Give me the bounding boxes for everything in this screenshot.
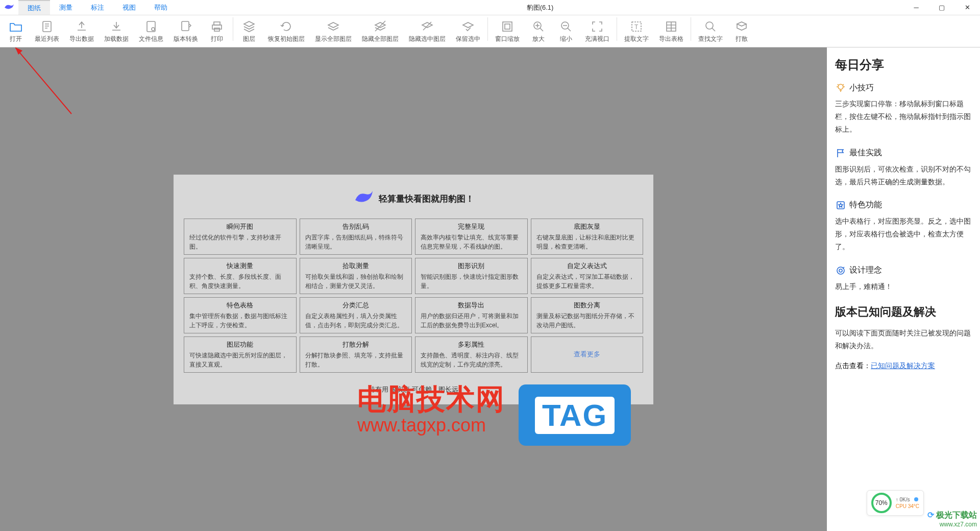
feature-card: 打散分解分解打散块参照、填充等，支持批量打散。	[300, 336, 412, 373]
ribbon-zoomwin[interactable]: 窗口缩放	[490, 17, 525, 45]
svg-rect-9	[503, 22, 512, 31]
app-logo-icon	[3, 2, 15, 14]
svg-point-16	[706, 22, 713, 29]
feature-title: 拾取测量	[305, 261, 407, 271]
ribbon-label: 隐藏全部图层	[362, 35, 399, 43]
feature-title: 数据导出	[421, 301, 522, 310]
more-link[interactable]: 查看更多	[574, 350, 600, 359]
export-icon	[75, 19, 89, 34]
window-title: 豹图(6.1)	[177, 3, 903, 12]
extract-icon: T	[629, 19, 644, 34]
daily-share-heading: 每日分享	[835, 57, 972, 73]
restore-icon	[279, 19, 293, 34]
svg-rect-0	[43, 21, 51, 32]
ribbon-toolbar: 打开最近列表导出数据加载数据文件信息版本转换打印图层恢复初始图层显示全部图层隐藏…	[0, 15, 980, 47]
side-section-body: 三步实现窗口停靠：移动鼠标到窗口标题栏，按住左键不松，拖动鼠标指针到指示图标上。	[835, 98, 972, 136]
feature-card: 图形识别智能识别图形，快速统计指定图形数量。	[415, 258, 528, 294]
ribbon-label: 保留选中	[456, 35, 480, 43]
explode-icon	[734, 19, 749, 34]
ribbon-info[interactable]: 文件信息	[134, 17, 168, 45]
ribbon-restore[interactable]: 恢复初始图层	[263, 17, 310, 45]
ribbon-label: 隐藏选中图层	[409, 35, 446, 43]
ribbon-label: 加载数据	[104, 35, 129, 43]
feature-card: 分类汇总自定义表格属性列，填入分类属性值，点击列名，即刻完成分类汇总。	[300, 297, 412, 333]
layers-icon	[242, 19, 256, 34]
ribbon-showall[interactable]: 显示全部图层	[310, 17, 357, 45]
feature-desc: 支持个数、长度、多段线长度、面积、角度快速测量。	[189, 272, 291, 291]
ribbon-fit[interactable]: 充满视口	[580, 17, 615, 45]
system-monitor-widget[interactable]: 70% ↑ 0K/s CPU 34°C	[867, 490, 924, 516]
maximize-button[interactable]: ▢	[929, 0, 954, 15]
feature-title: 图层功能	[189, 340, 291, 349]
ribbon-zoomin[interactable]: 放大	[525, 17, 552, 45]
showall-icon	[326, 19, 340, 34]
feature-card: 图层功能可快速隐藏选中图元所对应的图层，直接又直观。	[184, 336, 297, 373]
side-section-title: 特色功能	[849, 200, 882, 210]
flag-icon	[835, 148, 846, 159]
tab-help[interactable]: 帮助	[145, 0, 177, 15]
issues-link[interactable]: 已知问题及解决方案	[871, 361, 935, 370]
feature-desc: 用户的数据归还用户，可将测量和加工后的数据免费导出到Excel。	[421, 311, 522, 330]
ribbon-explode[interactable]: 打散	[728, 17, 755, 45]
feature-desc: 右键灰显底图，让标注和底图对比更明显，检查更清晰。	[536, 233, 638, 251]
tab-annotate[interactable]: 标注	[82, 0, 113, 15]
feature-card: 快速测量支持个数、长度、多段线长度、面积、角度快速测量。	[184, 258, 297, 294]
ribbon-layers[interactable]: 图层	[235, 17, 263, 45]
feature-desc: 可快速隐藏选中图元所对应的图层，直接又直观。	[189, 351, 291, 369]
welcome-panel: 轻算量快看图就用豹图！ 瞬间开图经过优化的软件引擎，支持秒速开图。告别乱码内置字…	[174, 175, 653, 404]
feature-card: 底图灰显右键灰显底图，让标注和底图对比更明显，检查更清晰。	[531, 219, 644, 255]
feature-more[interactable]: 查看更多	[531, 336, 644, 373]
ribbon-label: 缩小	[560, 35, 572, 43]
ribbon-keep[interactable]: 保留选中	[451, 17, 485, 45]
feature-title: 分类汇总	[305, 301, 407, 310]
ribbon-table[interactable]: 导出表格	[654, 17, 689, 45]
ribbon-print[interactable]: 打印	[203, 17, 231, 45]
ribbon-recent[interactable]: 最近列表	[30, 17, 64, 45]
info-icon	[144, 19, 158, 34]
feature-desc: 自定义表达式，可深加工基础数据，提炼更多工程量需求。	[536, 272, 638, 291]
star-icon	[835, 200, 846, 211]
ribbon-zoomout[interactable]: 缩小	[552, 17, 580, 45]
ribbon-label: 打开	[10, 35, 22, 43]
ribbon-separator	[233, 17, 233, 41]
ribbon-hideall[interactable]: 隐藏全部图层	[357, 17, 404, 45]
keep-icon	[461, 19, 475, 34]
percent-circle: 70%	[871, 493, 892, 513]
ribbon-find[interactable]: 查找文字	[693, 17, 728, 45]
feature-desc: 智能识别图形，快速统计指定图形数量。	[421, 272, 522, 291]
ribbon-folder[interactable]: 打开	[2, 17, 30, 45]
close-button[interactable]: ✕	[954, 0, 980, 15]
ribbon-label: 提取文字	[624, 35, 649, 43]
feature-title: 图形识别	[421, 261, 522, 271]
side-panel: 每日分享 小技巧三步实现窗口停靠：移动鼠标到窗口标题栏，按住左键不松，拖动鼠标指…	[827, 47, 980, 531]
feature-card: 多彩属性支持颜色、透明度、标注内容、线型线宽的定制，工作完成的漂亮。	[415, 336, 528, 373]
side-section-body: 图形识别后，可依次检查，识别不对的不勾选，最后只将正确的生成测量数据。	[835, 163, 972, 188]
ribbon-label: 导出数据	[69, 35, 94, 43]
ribbon-export[interactable]: 导出数据	[64, 17, 99, 45]
ribbon-label: 最近列表	[35, 35, 59, 43]
tab-measure[interactable]: 测量	[50, 0, 82, 15]
feature-title: 打散分解	[305, 340, 407, 349]
ribbon-extract[interactable]: T提取文字	[619, 17, 654, 45]
welcome-logo-icon	[353, 189, 374, 209]
feature-card: 自定义表达式自定义表达式，可深加工基础数据，提炼更多工程量需求。	[531, 258, 644, 294]
feature-desc: 支持颜色、透明度、标注内容、线型线宽的定制，工作完成的漂亮。	[421, 351, 522, 369]
canvas-area[interactable]: 轻算量快看图就用豹图！ 瞬间开图经过优化的软件引擎，支持秒速开图。告别乱码内置字…	[0, 47, 827, 531]
side-section: 特色功能选中表格行，对应图形亮显。反之，选中图形，对应表格行也会被选中，检查太方…	[835, 200, 972, 254]
ribbon-label: 充满视口	[585, 35, 609, 43]
ribbon-separator	[617, 17, 617, 41]
minimize-button[interactable]: ─	[903, 0, 929, 15]
ribbon-hidesel[interactable]: 隐藏选中图层	[404, 17, 451, 45]
feature-title: 多彩属性	[421, 340, 522, 349]
zoomwin-icon	[500, 19, 514, 34]
feature-title: 告别乱码	[305, 222, 407, 231]
svg-point-19	[838, 84, 843, 89]
feature-desc: 自定义表格属性列，填入分类属性值，点击列名，即刻完成分类汇总。	[305, 311, 407, 330]
tab-drawing[interactable]: 图纸	[18, 0, 50, 15]
ribbon-convert[interactable]: 版本转换	[168, 17, 203, 45]
tab-view[interactable]: 视图	[113, 0, 145, 15]
side-section-title: 最佳实践	[849, 148, 882, 158]
ribbon-import[interactable]: 加载数据	[99, 17, 134, 45]
widget-info: ↑ 0K/s CPU 34°C	[896, 496, 919, 510]
svg-rect-4	[214, 22, 220, 25]
